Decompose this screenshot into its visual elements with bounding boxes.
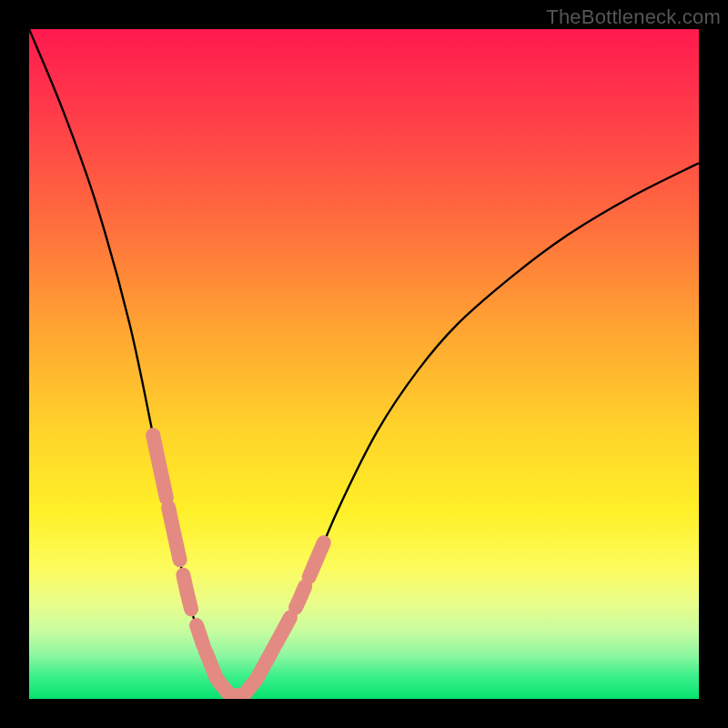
- marker-segments: [153, 435, 324, 695]
- marker-segment: [276, 617, 290, 644]
- plot-area: [29, 29, 699, 699]
- watermark-text: TheBottleneck.com: [546, 5, 721, 29]
- marker-segment: [183, 575, 191, 610]
- marker-segment: [168, 508, 180, 561]
- bottleneck-curve: [29, 29, 699, 698]
- chart-frame: TheBottleneck.com: [0, 0, 728, 728]
- marker-segment: [309, 542, 324, 577]
- curve-layer: [29, 29, 699, 699]
- marker-segment: [197, 625, 203, 645]
- marker-segment: [153, 435, 167, 498]
- marker-segment: [206, 651, 224, 687]
- marker-segment: [296, 586, 305, 607]
